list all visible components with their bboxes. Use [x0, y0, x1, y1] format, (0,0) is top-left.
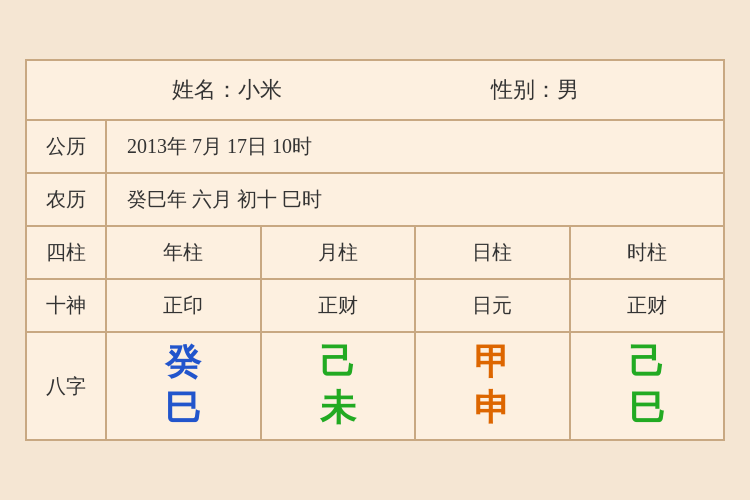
lunar-row: 农历 癸巳年 六月 初十 巳时 — [27, 174, 723, 227]
bazhi-col4: 己 巳 — [571, 333, 724, 438]
sijhu-label: 四柱 — [27, 227, 107, 278]
bazhi-col1-bottom: 巳 — [165, 389, 201, 429]
shishen-col1: 正印 — [107, 280, 262, 331]
bazhi-row: 八字 癸 巳 己 未 甲 申 己 巳 — [27, 333, 723, 438]
bazhi-col2: 己 未 — [262, 333, 417, 438]
bazhi-col2-top: 己 — [320, 343, 356, 383]
bazhi-col3-top: 甲 — [474, 343, 510, 383]
bazhi-col3-bottom: 申 — [474, 389, 510, 429]
name-label: 姓名：小米 — [172, 75, 282, 105]
sijhu-row: 四柱 年柱 月柱 日柱 时柱 — [27, 227, 723, 280]
bazhi-label: 八字 — [27, 333, 107, 438]
lunar-label: 农历 — [27, 174, 107, 225]
shishen-col3: 日元 — [416, 280, 571, 331]
lunar-value: 癸巳年 六月 初十 巳时 — [107, 174, 723, 225]
sijhu-col2: 月柱 — [262, 227, 417, 278]
gregorian-row: 公历 2013年 7月 17日 10时 — [27, 121, 723, 174]
shishen-col4: 正财 — [571, 280, 724, 331]
shishen-label: 十神 — [27, 280, 107, 331]
sijhu-col3: 日柱 — [416, 227, 571, 278]
shishen-col2: 正财 — [262, 280, 417, 331]
gender-label: 性别：男 — [491, 75, 579, 105]
bazhi-col4-bottom: 巳 — [629, 389, 665, 429]
gregorian-value: 2013年 7月 17日 10时 — [107, 121, 723, 172]
gregorian-label: 公历 — [27, 121, 107, 172]
bazhi-col1: 癸 巳 — [107, 333, 262, 438]
bazhi-col3: 甲 申 — [416, 333, 571, 438]
sijhu-col1: 年柱 — [107, 227, 262, 278]
bazhi-col2-bottom: 未 — [320, 389, 356, 429]
bazhi-col4-top: 己 — [629, 343, 665, 383]
main-container: 姓名：小米 性别：男 公历 2013年 7月 17日 10时 农历 癸巳年 六月… — [25, 59, 725, 440]
header-row: 姓名：小米 性别：男 — [27, 61, 723, 121]
shishen-row: 十神 正印 正财 日元 正财 — [27, 280, 723, 333]
bazhi-col1-top: 癸 — [165, 343, 201, 383]
sijhu-col4: 时柱 — [571, 227, 724, 278]
